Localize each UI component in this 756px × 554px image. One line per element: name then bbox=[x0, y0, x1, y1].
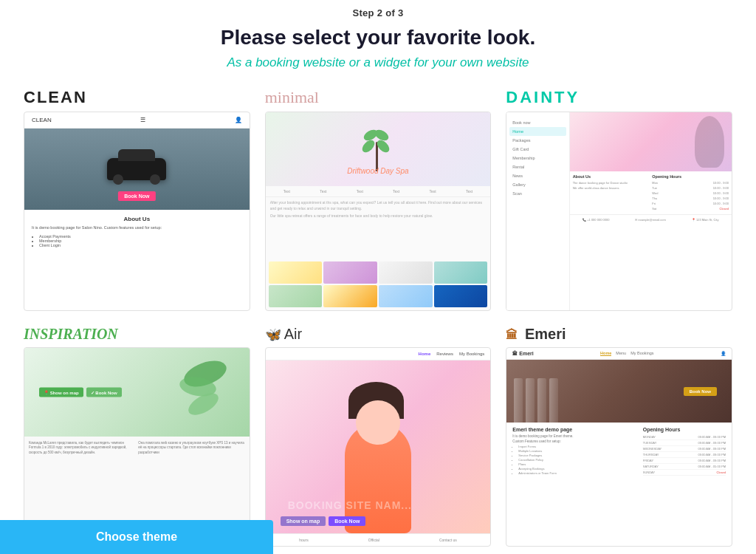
theme-preview-emeri: 🏛 Emeri Home Menu My Bookings 👤 bbox=[506, 347, 732, 547]
theme-name-minimal: minimal bbox=[265, 88, 492, 107]
emeri-nav-menu[interactable]: Menu bbox=[616, 351, 626, 356]
theme-card-clean[interactable]: CLEAN CLEAN ☰ 👤 Book Now About Us It is … bbox=[24, 88, 250, 311]
air-footer-hours: hours bbox=[299, 538, 309, 542]
emeri-feature-5: Plans bbox=[518, 462, 636, 466]
air-action-btns: Show on map Book Now bbox=[281, 516, 366, 526]
insp-hero: 📍 Show on map ✓ Book Now bbox=[24, 348, 250, 437]
emeri-feature-3: Service Packages bbox=[518, 454, 636, 457]
emeri-nav-profile-icon[interactable]: 👤 bbox=[721, 351, 726, 356]
dainty-nav-scan[interactable]: Scan bbox=[509, 189, 566, 198]
subtitle: As a booking website or a widget for you… bbox=[227, 55, 529, 70]
emeri-columns bbox=[514, 378, 558, 423]
emeri-hero: Book Now bbox=[506, 360, 732, 423]
insp-show-on-map[interactable]: 📍 Show on map bbox=[39, 388, 83, 397]
theme-card-inspiration[interactable]: INSPIRATION 📍 Show on map ✓ Book Now bbox=[24, 326, 250, 547]
dainty-hours-col: Opening Hours Mon10:00 - 9:00 Tue10:00 -… bbox=[652, 174, 729, 211]
clean-menu-icon: ☰ bbox=[140, 117, 145, 123]
air-nav-reviews[interactable]: Reviews bbox=[436, 352, 453, 356]
dainty-nav-giftcard[interactable]: Gift Card bbox=[509, 145, 566, 154]
dainty-hours-list: Mon10:00 - 9:00 Tue10:00 - 9:00 Wed10:00… bbox=[652, 180, 729, 211]
air-footer-contact: Contact us bbox=[439, 538, 457, 542]
dainty-nav-booknow[interactable]: Book now bbox=[509, 118, 566, 127]
clean-book-now[interactable]: Book Now bbox=[118, 191, 155, 201]
choose-theme-button[interactable]: Choose theme bbox=[0, 520, 273, 554]
theme-name-emeri: 🏛 Emeri bbox=[506, 326, 732, 343]
main-title: Please select your favorite look. bbox=[221, 26, 535, 49]
clean-about-title: About Us bbox=[32, 216, 242, 222]
plant-leaf-3 bbox=[360, 138, 377, 155]
emeri-nav-logo: 🏛 Emeri bbox=[512, 351, 533, 356]
gallery-cell-4 bbox=[434, 261, 488, 284]
gallery-cell-2 bbox=[323, 261, 377, 284]
air-hero: BOOKING SITE NAM... Show on map Book Now bbox=[266, 360, 491, 533]
insp-col-1: Команда McLaren представила, как будет в… bbox=[29, 441, 135, 530]
emeri-label: Emeri bbox=[525, 326, 566, 342]
emeri-feature-4: Cancellation Policy bbox=[518, 458, 636, 462]
emeri-column-1 bbox=[514, 378, 523, 423]
gallery-cell-6 bbox=[323, 285, 377, 307]
clean-features: Accept Payments Membership Client Login bbox=[32, 234, 242, 247]
step-indicator: Step 2 of 3 bbox=[352, 7, 403, 18]
emeri-nav-mybookings[interactable]: My Bookings bbox=[630, 351, 654, 356]
clean-feature-3: Client Login bbox=[39, 243, 242, 247]
theme-card-dainty[interactable]: DAINTY Book now Home Packages Gift Card … bbox=[506, 88, 732, 311]
air-title-wrapper: 🦋 Air bbox=[265, 326, 492, 343]
dainty-content: About Us The dance booking page for Danc… bbox=[570, 171, 732, 214]
emeri-hours-title: Opening Hours bbox=[643, 427, 726, 432]
dainty-nav-gallery[interactable]: Gallery bbox=[509, 180, 566, 189]
emeri-nav-home[interactable]: Home bbox=[600, 351, 611, 356]
emeri-features-title: Custom Features used for setup: bbox=[512, 440, 636, 443]
theme-card-minimal[interactable]: minimal Driftwood Day Spa TextTextTextTe… bbox=[265, 88, 492, 311]
dainty-nav-membership[interactable]: Membership bbox=[509, 154, 566, 163]
dancer-silhouette bbox=[695, 116, 724, 168]
plant-graphic bbox=[360, 127, 396, 171]
emeri-features-list: Import Forms Multiple Locations Service … bbox=[512, 445, 636, 475]
dainty-hero-img bbox=[570, 112, 732, 171]
emeri-info: Emeri theme demo page It is demo booking… bbox=[506, 423, 732, 480]
theme-preview-air: Home Reviews My Bookings BOOKING SITE NA… bbox=[265, 347, 492, 547]
dainty-hours-title: Opening Hours bbox=[652, 174, 729, 179]
minimal-gallery bbox=[266, 259, 491, 310]
dainty-nav-rental[interactable]: Rental bbox=[509, 163, 566, 171]
emeri-nav-links: Home Menu My Bookings bbox=[600, 351, 654, 356]
air-nav-mybookings[interactable]: My Bookings bbox=[459, 352, 484, 356]
clean-user-icon: 👤 bbox=[235, 117, 242, 123]
insp-col-2: Она помогала web казино в ультраузком но… bbox=[138, 441, 244, 530]
clean-logo: CLEAN bbox=[32, 117, 52, 123]
dainty-nav-packages[interactable]: Packages bbox=[509, 136, 566, 145]
gallery-cell-7 bbox=[379, 285, 433, 307]
emeri-feature-6: Accepting Bookings bbox=[518, 467, 636, 471]
dainty-about-title: About Us bbox=[573, 174, 650, 179]
clean-about: About Us It is demo booking page for Sal… bbox=[24, 210, 250, 253]
air-nav: Home Reviews My Bookings bbox=[266, 348, 491, 360]
minimal-nav-row: TextTextTextTextTextText bbox=[266, 186, 491, 197]
emeri-column-3 bbox=[537, 378, 546, 423]
emeri-feature-1: Import Forms bbox=[518, 445, 636, 448]
theme-preview-minimal: Driftwood Day Spa TextTextTextTextTextTe… bbox=[265, 112, 492, 311]
theme-preview-inspiration: 📍 Show on map ✓ Book Now Команда McLaren… bbox=[24, 347, 250, 547]
emeri-nav: 🏛 Emeri Home Menu My Bookings 👤 bbox=[506, 348, 732, 360]
theme-name-air: 🦋 Air bbox=[265, 326, 492, 343]
dainty-sidebar: Book now Home Packages Gift Card Members… bbox=[506, 112, 569, 310]
emeri-demo-title: Emeri theme demo page bbox=[512, 427, 636, 432]
air-book-now[interactable]: Book Now bbox=[329, 516, 365, 526]
emeri-column-4 bbox=[549, 378, 558, 423]
themes-grid: CLEAN CLEAN ☰ 👤 Book Now About Us It is … bbox=[16, 88, 740, 547]
air-footer-official: Official bbox=[368, 538, 379, 542]
air-nav-home[interactable]: Home bbox=[419, 352, 431, 356]
dainty-nav-news[interactable]: News bbox=[509, 171, 566, 180]
theme-card-air[interactable]: 🦋 Air Home Reviews My Bookings BOOKING S… bbox=[265, 326, 492, 547]
dainty-main: About Us The dance booking page for Danc… bbox=[570, 112, 732, 310]
air-show-on-map[interactable]: Show on map bbox=[281, 516, 326, 526]
gallery-cell-5 bbox=[269, 285, 323, 307]
air-bottom-footer: hours Official Contact us bbox=[266, 533, 491, 546]
car-shape bbox=[107, 158, 166, 180]
dainty-nav-home[interactable]: Home bbox=[509, 127, 566, 136]
theme-name-inspiration: INSPIRATION bbox=[24, 326, 250, 343]
theme-card-emeri[interactable]: 🏛 Emeri 🏛 Emeri Home Menu My Bookings 👤 bbox=[506, 326, 732, 547]
emeri-book-btn[interactable]: Book Now bbox=[684, 387, 717, 396]
theme-name-clean: CLEAN bbox=[24, 88, 250, 107]
theme-preview-dainty: Book now Home Packages Gift Card Members… bbox=[506, 112, 732, 311]
insp-book-now[interactable]: ✓ Book Now bbox=[86, 388, 122, 397]
clean-nav: CLEAN ☰ 👤 bbox=[24, 112, 250, 129]
